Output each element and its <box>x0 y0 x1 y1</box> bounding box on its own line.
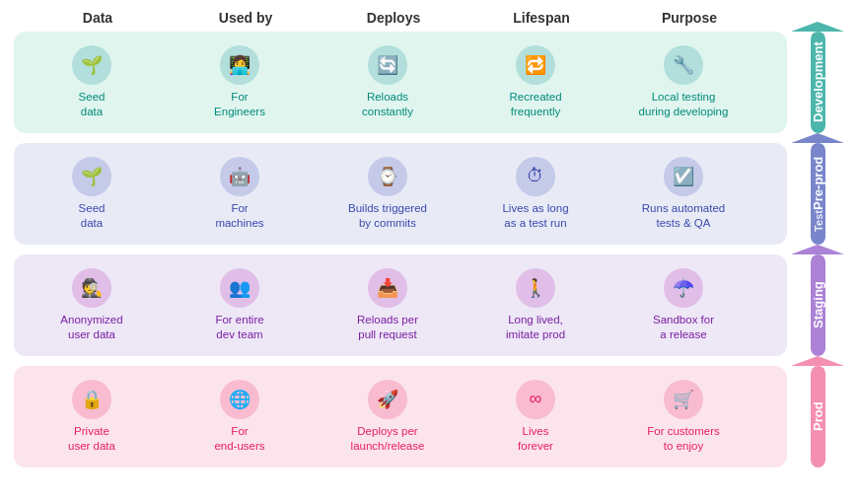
grid-cell: 🕵️Anonymized user data <box>18 262 166 348</box>
cell-label: Long lived, imitate prod <box>506 313 565 342</box>
cell-label: For entire dev team <box>215 313 263 342</box>
table-container: DataUsed byDeploysLifespanPurpose 🌱Seed … <box>0 0 859 504</box>
grid-cell: 🌱Seed data <box>18 39 166 125</box>
cell-label: Anonymized user data <box>60 313 122 342</box>
cell-icon: 🌐 <box>220 380 259 419</box>
grid-development: 🌱Seed data👩‍💻For Engineers🔄Reloads const… <box>14 32 787 133</box>
grid-cell: ☂️Sandbox for a release <box>609 262 757 348</box>
column-header: Deploys <box>320 10 467 26</box>
grid-cell: 🌱Seed data <box>18 151 166 237</box>
section-label-development: Development <box>811 32 825 133</box>
label-col-development: Development <box>791 32 845 133</box>
cell-label: Lives as long as a test run <box>502 201 568 231</box>
cell-icon: ⌚ <box>368 157 407 196</box>
cell-label: Seed data <box>79 201 106 231</box>
cell-icon: 🚶 <box>516 268 555 308</box>
grid-cell: 🛒For customers to enjoy <box>609 374 757 460</box>
grid-cell: ☑️Runs automated tests & QA <box>609 151 757 237</box>
grid-cell: 🔁Recreated frequently <box>462 39 609 125</box>
cell-label: Runs automated tests & QA <box>642 201 725 231</box>
column-header: Lifespan <box>467 10 615 26</box>
cell-label: For machines <box>215 201 263 231</box>
label-col-test: TestPre-prod <box>791 143 845 245</box>
column-header: Data <box>24 10 172 26</box>
cell-label: Seed data <box>79 90 106 119</box>
cell-icon: ☂️ <box>664 268 703 308</box>
cell-icon: 🔒 <box>72 380 111 419</box>
cell-icon: 👥 <box>220 268 259 308</box>
cell-label: For end-users <box>214 424 264 454</box>
cell-icon: 🔁 <box>516 45 555 85</box>
cell-label: Private user data <box>68 424 115 454</box>
column-header: Used by <box>172 10 320 26</box>
cell-icon: 🕵️ <box>72 268 111 308</box>
grid-cell: 🚶Long lived, imitate prod <box>462 262 609 348</box>
grid-cell: 🔧Local testing during developing <box>609 39 757 125</box>
cell-icon: ⏱ <box>516 157 555 196</box>
cell-icon: 🌱 <box>72 45 111 85</box>
grid-prod: 🔒Private user data🌐For end-users🚀Deploys… <box>14 366 787 468</box>
grid-test: 🌱Seed data🤖For machines⌚Builds triggered… <box>14 143 787 245</box>
cell-icon: 🌱 <box>72 157 111 196</box>
cell-icon: 📥 <box>368 268 407 308</box>
cell-label: Local testing during developing <box>639 90 729 119</box>
cell-label: Sandbox for a release <box>653 313 714 342</box>
grid-cell: 🤖For machines <box>166 151 314 237</box>
cell-label: Lives forever <box>518 424 553 454</box>
label-col-prod: Prod <box>791 366 845 468</box>
grid-cell: 🔄Reloads constantly <box>314 39 462 125</box>
cell-label: Reloads per pull request <box>357 313 418 342</box>
cell-icon: 🛒 <box>664 380 703 419</box>
section-prod: 🔒Private user data🌐For end-users🚀Deploys… <box>14 366 845 468</box>
header-row: DataUsed byDeploysLifespanPurpose <box>24 10 786 26</box>
grid-cell: 🚀Deploys per launch/release <box>314 374 462 460</box>
grid-cell: 👥For entire dev team <box>166 262 314 348</box>
grid-staging: 🕵️Anonymized user data👥For entire dev te… <box>14 254 787 356</box>
cell-label: Reloads constantly <box>362 90 413 119</box>
grid-cell: 🌐For end-users <box>166 374 314 460</box>
grid-cell: ⏱Lives as long as a test run <box>462 151 609 237</box>
label-col-staging: Staging <box>791 254 845 356</box>
section-test: 🌱Seed data🤖For machines⌚Builds triggered… <box>14 143 845 245</box>
cell-icon: 🤖 <box>220 157 259 196</box>
column-header: Purpose <box>615 10 763 26</box>
grid-cell: 🔒Private user data <box>18 374 166 460</box>
section-development: 🌱Seed data👩‍💻For Engineers🔄Reloads const… <box>14 32 845 133</box>
grid-cell: 📥Reloads per pull request <box>314 262 462 348</box>
cell-icon: 👩‍💻 <box>220 45 259 85</box>
cell-icon: 🔄 <box>368 45 407 85</box>
cell-label: For Engineers <box>214 90 265 119</box>
cell-label: Recreated frequently <box>509 90 561 119</box>
cell-label: Builds triggered by commits <box>348 201 427 231</box>
section-label-staging: Staging <box>811 254 825 356</box>
section-label-prod: Prod <box>811 366 825 468</box>
grid-cell: ⌚Builds triggered by commits <box>314 151 462 237</box>
cell-icon: ∞ <box>516 380 555 419</box>
cell-icon: ☑️ <box>664 157 703 196</box>
grid-cell: 👩‍💻For Engineers <box>166 39 314 125</box>
cell-label: Deploys per launch/release <box>351 424 425 454</box>
cell-label: For customers to enjoy <box>647 424 720 454</box>
section-label-test: TestPre-prod <box>811 143 825 245</box>
section-staging: 🕵️Anonymized user data👥For entire dev te… <box>14 254 845 356</box>
grid-cell: ∞Lives forever <box>462 374 609 460</box>
cell-icon: 🚀 <box>368 380 407 419</box>
cell-icon: 🔧 <box>664 45 703 85</box>
